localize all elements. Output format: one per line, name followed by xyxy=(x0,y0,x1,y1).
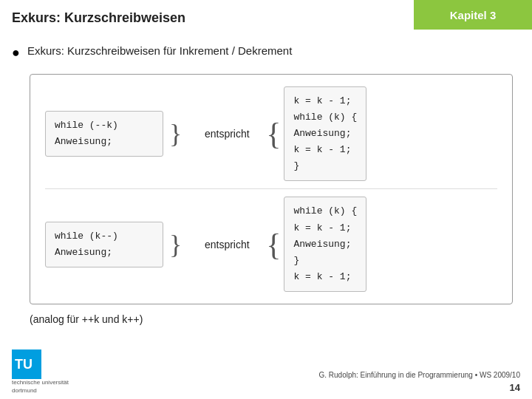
entspricht-label-1: entspricht xyxy=(201,128,253,140)
university-logo: TU technische universität dortmund xyxy=(12,349,69,395)
footer-right: G. Rudolph: Einführung in die Programmie… xyxy=(318,369,520,395)
code-right-1: k = k - 1; while (k) { Anweisung; k = k … xyxy=(284,86,366,181)
svg-text:TU: TU xyxy=(15,357,33,372)
header: Exkurs: Kurzschreibweisen Kapitel 3 xyxy=(0,0,532,30)
code-left-2: while (k--) Anweisung; xyxy=(45,222,163,267)
left-brace-1: } xyxy=(169,120,182,147)
examples-box: while (--k) Anweisung; } entspricht { k … xyxy=(30,74,513,304)
footer-credit: G. Rudolph: Einführung in die Programmie… xyxy=(318,369,520,381)
right-brace-open-2: { xyxy=(266,229,281,260)
page-number: 14 xyxy=(318,381,520,395)
tu-logo-icon: TU xyxy=(12,349,41,379)
entspricht-label-2: entspricht xyxy=(201,239,253,250)
main-content: ● Exkurs: Kurzschreibweisen für Inkremen… xyxy=(0,30,532,341)
bullet-row: ● Exkurs: Kurzschreibweisen für Inkremen… xyxy=(12,44,520,61)
bullet-icon: ● xyxy=(12,45,20,61)
analog-text: (analog für ++k und k++) xyxy=(30,313,143,325)
right-brace-open-1: { xyxy=(266,118,281,149)
university-name-line1: technische universität xyxy=(12,379,69,386)
analog-line: (analog für ++k und k++) xyxy=(30,313,520,325)
university-name-line2: dortmund xyxy=(12,387,37,395)
code-left-1: while (--k) Anweisung; xyxy=(45,111,163,157)
example-row-2: while (k--) Anweisung; } entspricht { wh… xyxy=(45,197,497,291)
code-right-2: while (k) { k = k - 1; Anweisung; } k = … xyxy=(284,197,366,291)
example-row-1: while (--k) Anweisung; } entspricht { k … xyxy=(45,86,497,189)
footer: TU technische universität dortmund G. Ru… xyxy=(0,347,532,399)
bullet-text: Exkurs: Kurzschreibweisen für Inkrement … xyxy=(27,44,292,57)
left-brace-2: } xyxy=(169,231,182,258)
chapter-badge: Kapitel 3 xyxy=(414,0,532,30)
page-title: Exkurs: Kurzschreibweisen xyxy=(0,4,414,26)
